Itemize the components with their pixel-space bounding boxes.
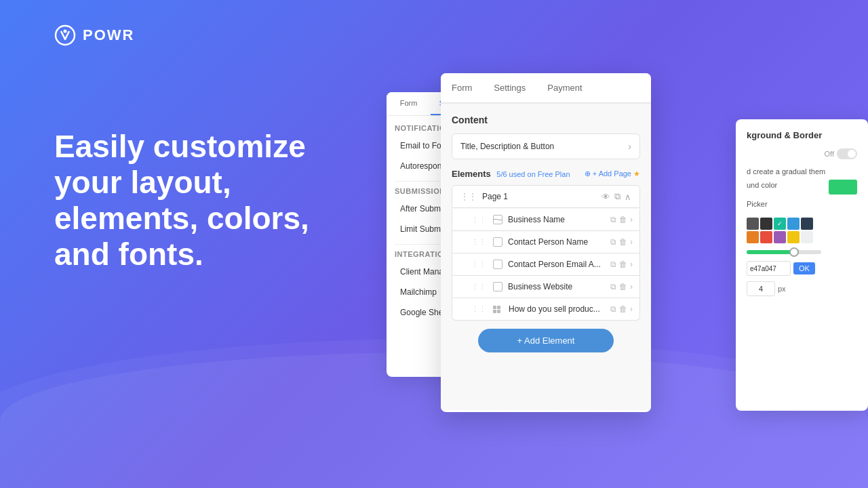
- copy-el-3[interactable]: ⧉: [610, 260, 616, 269]
- expand-el-4[interactable]: ›: [630, 282, 633, 291]
- element-label-4: Business Website: [508, 282, 572, 291]
- page-name: Page 1: [482, 192, 508, 201]
- elements-label: Elements: [452, 169, 491, 179]
- color-slider[interactable]: [747, 250, 821, 254]
- toggle-off-label: Off: [825, 148, 857, 159]
- drag-handle-page: ⋮⋮: [460, 192, 477, 201]
- delete-el-3[interactable]: 🗑: [619, 260, 627, 269]
- drag-handle-el3: ⋮⋮: [471, 260, 486, 269]
- elements-header: Elements 5/6 used on Free Plan ⊕ + Add P…: [452, 167, 640, 180]
- svg-point-1: [64, 30, 67, 33]
- drag-handle-el1: ⋮⋮: [471, 216, 486, 224]
- element-icon-1: [493, 215, 502, 224]
- plan-badge: 5/6 used on Free Plan: [496, 170, 570, 178]
- eye-icon[interactable]: 👁: [601, 192, 610, 202]
- tab-settings-main[interactable]: Settings: [483, 73, 536, 104]
- main-tabs: Form Settings Payment: [441, 73, 651, 104]
- plus-icon: ⊕: [585, 169, 591, 178]
- element-icon-4: [493, 282, 502, 291]
- element-business-website[interactable]: ⋮⋮ Business Website ⧉ 🗑 ›: [452, 276, 640, 298]
- drag-handle-el4: ⋮⋮: [471, 283, 486, 291]
- color-cell-7[interactable]: [760, 231, 772, 243]
- copy-el-5[interactable]: ⧉: [610, 304, 616, 314]
- svg-point-0: [56, 26, 75, 45]
- copy-el-2[interactable]: ⧉: [610, 237, 616, 247]
- color-cell-6[interactable]: [747, 231, 759, 243]
- bg-color-swatch[interactable]: [829, 180, 857, 195]
- design-panel: kground & Border Off d create a gradual …: [736, 119, 868, 411]
- toggle-track[interactable]: [837, 148, 857, 159]
- page-header: ⋮⋮ Page 1 👁 ⧉ ∧: [452, 185, 640, 208]
- expand-el-5[interactable]: ›: [630, 304, 633, 314]
- star-icon: ★: [633, 169, 640, 178]
- add-page-button[interactable]: ⊕ + Add Page ★: [585, 169, 640, 178]
- title-desc-label: Title, Description & Button: [460, 142, 554, 151]
- hex-ok-row: OK: [747, 261, 857, 276]
- expand-el-3[interactable]: ›: [630, 260, 633, 269]
- delete-el-4[interactable]: 🗑: [619, 282, 627, 291]
- drag-handle-el5: ⋮⋮: [471, 305, 486, 314]
- copy-el-4[interactable]: ⧉: [610, 282, 616, 291]
- slider-thumb: [789, 247, 799, 257]
- hero-section: Easily customize your layout, elements, …: [54, 129, 309, 272]
- element-how-sell[interactable]: ⋮⋮ How do you sell produc...: [452, 298, 640, 321]
- logo-area: POWR: [54, 24, 134, 46]
- powr-icon: [54, 24, 76, 46]
- toggle-row: Off: [747, 148, 857, 159]
- design-panel-title: kground & Border: [747, 130, 857, 140]
- color-grid: ✓: [747, 218, 857, 243]
- content-section-title: Content: [452, 115, 640, 125]
- main-panel: Form Settings Payment Content Title, Des…: [441, 73, 651, 412]
- copy-icon[interactable]: ⧉: [614, 191, 620, 202]
- toggle-thumb: [848, 150, 856, 158]
- brand-name: POWR: [83, 26, 134, 44]
- color-cell-3[interactable]: ✓: [774, 218, 786, 230]
- slider-row: [747, 250, 857, 254]
- title-desc-row[interactable]: Title, Description & Button ›: [452, 134, 640, 159]
- main-content: Content Title, Description & Button › El…: [441, 104, 651, 410]
- picker-row: Picker: [747, 200, 857, 212]
- hex-input[interactable]: [747, 261, 791, 276]
- chevron-right-icon: ›: [628, 141, 631, 152]
- element-icon-2: [493, 237, 502, 247]
- element-label-5: How do you sell produc...: [509, 304, 600, 314]
- picker-label: Picker: [747, 200, 768, 208]
- ok-button[interactable]: OK: [793, 262, 815, 274]
- design-section-desc: d create a gradual them: [747, 167, 857, 176]
- element-business-name[interactable]: ⋮⋮ Business Name ⧉ 🗑 ›: [452, 209, 640, 231]
- color-cell-8[interactable]: [774, 231, 786, 243]
- copy-el-1[interactable]: ⧉: [610, 215, 616, 224]
- px-row-bottom: px: [747, 281, 857, 296]
- element-label-3: Contact Person Email A...: [508, 260, 601, 269]
- panels-container: kground & Border Off d create a gradual …: [380, 73, 868, 453]
- color-cell-4[interactable]: [787, 218, 800, 230]
- element-contact-email[interactable]: ⋮⋮ Contact Person Email A... ⧉ 🗑 ›: [452, 253, 640, 276]
- px-label-bottom: px: [778, 285, 786, 293]
- delete-el-2[interactable]: 🗑: [619, 237, 627, 247]
- element-icon-3: [493, 260, 502, 269]
- element-contact-name[interactable]: ⋮⋮ Contact Person Name ⧉ 🗑 ›: [452, 231, 640, 253]
- color-cell-10[interactable]: [801, 231, 813, 243]
- delete-el-5[interactable]: 🗑: [619, 304, 627, 314]
- multirow-icon: [493, 306, 500, 313]
- drag-handle-el2: ⋮⋮: [471, 238, 486, 247]
- hero-headline: Easily customize your layout, elements, …: [54, 129, 309, 272]
- delete-el-1[interactable]: 🗑: [619, 215, 627, 224]
- px-input-border[interactable]: [747, 281, 775, 296]
- tab-payment-main[interactable]: Payment: [536, 73, 593, 104]
- expand-el-2[interactable]: ›: [630, 237, 633, 247]
- element-label-2: Contact Person Name: [508, 237, 588, 247]
- bg-color-label: und color: [747, 181, 777, 189]
- expand-el-1[interactable]: ›: [630, 215, 633, 224]
- tab-form-main[interactable]: Form: [441, 73, 483, 104]
- color-cell-1[interactable]: [747, 218, 759, 230]
- tab-form[interactable]: Form: [387, 92, 431, 115]
- add-element-button[interactable]: + Add Element: [478, 329, 614, 352]
- color-cell-2[interactable]: [760, 218, 772, 230]
- color-cell-9[interactable]: [787, 231, 800, 243]
- color-cell-5[interactable]: [801, 218, 813, 230]
- bg-color-row: und color: [747, 180, 857, 195]
- element-label-1: Business Name: [508, 215, 565, 224]
- collapse-icon[interactable]: ∧: [625, 192, 631, 202]
